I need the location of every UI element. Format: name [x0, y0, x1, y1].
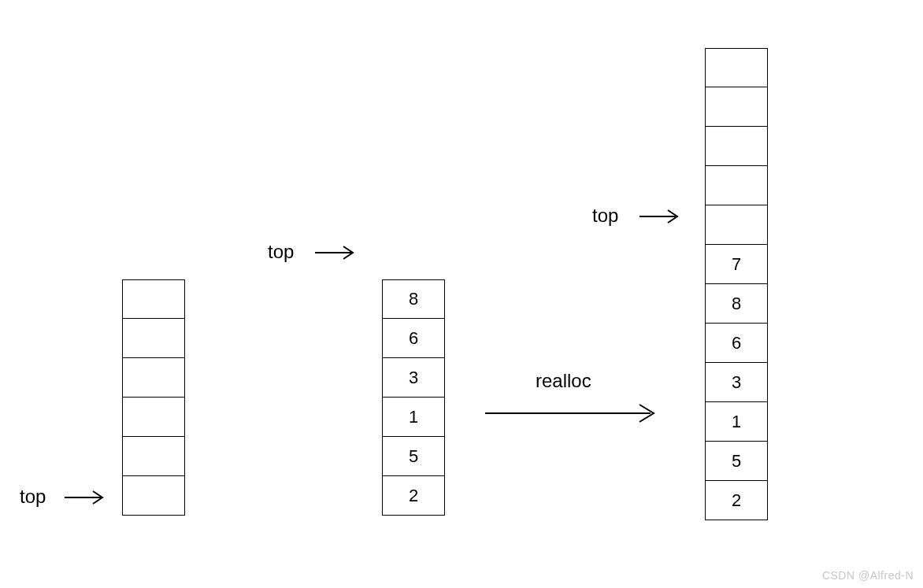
stack-cell: 3: [705, 363, 768, 402]
top-label-3: top: [592, 205, 618, 227]
stack-2: 8 6 3 1 5 2: [382, 279, 445, 516]
stack-cell: [705, 127, 768, 166]
stack-cell: 7: [705, 245, 768, 284]
stack-cell: [122, 358, 185, 398]
stack-cell: [705, 205, 768, 245]
stack-cell: 5: [705, 442, 768, 481]
stack-cell: 8: [705, 284, 768, 324]
stack-cell: [122, 398, 185, 437]
stack-cell: 6: [382, 319, 445, 358]
top-label-1: top: [20, 486, 46, 508]
arrow-right-icon: [63, 488, 110, 507]
stack-cell: [705, 48, 768, 87]
stack-cell: [122, 476, 185, 516]
stack-1: [122, 279, 185, 516]
stack-cell: [705, 166, 768, 205]
stack-cell: [122, 279, 185, 319]
stack-cell: [122, 319, 185, 358]
stack-cell: 2: [382, 476, 445, 516]
arrow-right-icon: [313, 243, 361, 262]
stack-cell: [705, 87, 768, 127]
watermark: CSDN @Alfred-N: [822, 569, 914, 582]
stack-cell: 5: [382, 437, 445, 476]
top-label-2: top: [268, 241, 294, 263]
stack-cell: 3: [382, 358, 445, 398]
arrow-right-icon: [638, 207, 685, 226]
stack-cell: 8: [382, 279, 445, 319]
stack-cell: [122, 437, 185, 476]
stack-cell: 2: [705, 481, 768, 520]
stack-3: 7 8 6 3 1 5 2: [705, 48, 768, 520]
stack-cell: 1: [382, 398, 445, 437]
arrow-right-long-icon: [482, 401, 663, 425]
stack-cell: 6: [705, 324, 768, 363]
stack-cell: 1: [705, 402, 768, 442]
realloc-label: realloc: [536, 370, 591, 392]
